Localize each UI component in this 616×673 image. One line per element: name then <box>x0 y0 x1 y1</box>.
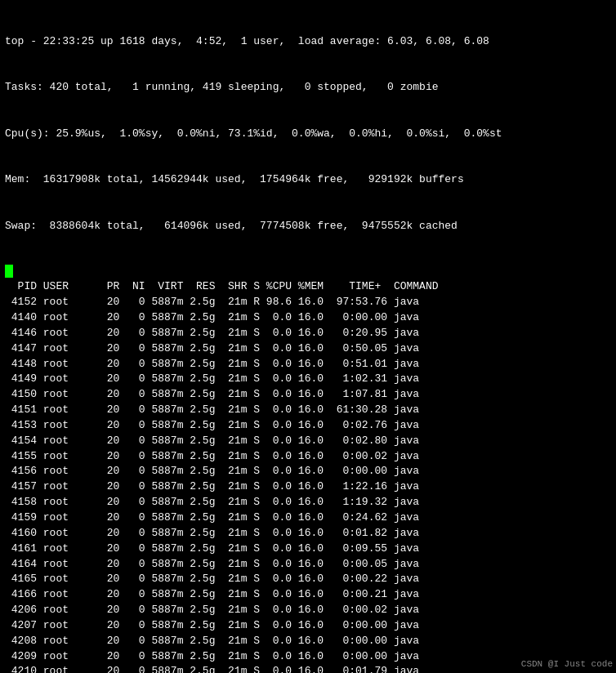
table-row: 4156 root 20 0 5887m 2.5g 21m S 0.0 16.0… <box>5 464 611 479</box>
cursor-line <box>5 265 611 278</box>
header-line-3: Cpu(s): 25.9%us, 1.0%sy, 0.0%ni, 73.1%id… <box>5 127 611 142</box>
table-row: 4158 root 20 0 5887m 2.5g 21m S 0.0 16.0… <box>5 495 611 510</box>
table-row: 4166 root 20 0 5887m 2.5g 21m S 0.0 16.0… <box>5 587 611 603</box>
table-row: 4154 root 20 0 5887m 2.5g 21m S 0.0 16.0… <box>5 434 611 449</box>
header-line-4: Mem: 16317908k total, 14562944k used, 17… <box>5 172 611 188</box>
table-row: 4209 root 20 0 5887m 2.5g 21m S 0.0 16.0… <box>5 649 611 665</box>
table-row: 4148 root 20 0 5887m 2.5g 21m S 0.0 16.0… <box>5 357 611 372</box>
table-row: 4210 root 20 0 5887m 2.5g 21m S 0.0 16.0… <box>5 664 611 673</box>
table-row: 4164 root 20 0 5887m 2.5g 21m S 0.0 16.0… <box>5 557 611 573</box>
table-row: 4150 root 20 0 5887m 2.5g 21m S 0.0 16.0… <box>5 387 611 403</box>
table-row: 4151 root 20 0 5887m 2.5g 21m S 0.0 16.0… <box>5 403 611 418</box>
watermark: CSDN @I Just code <box>521 658 613 671</box>
table-row: 4161 root 20 0 5887m 2.5g 21m S 0.0 16.0… <box>5 542 611 557</box>
table-row: 4140 root 20 0 5887m 2.5g 21m S 0.0 16.0… <box>5 310 611 326</box>
system-header: top - 22:33:25 up 1618 days, 4:52, 1 use… <box>5 3 611 265</box>
terminal-window: top - 22:33:25 up 1618 days, 4:52, 1 use… <box>0 0 616 673</box>
table-row: 4146 root 20 0 5887m 2.5g 21m S 0.0 16.0… <box>5 326 611 341</box>
table-row: 4206 root 20 0 5887m 2.5g 21m S 0.0 16.0… <box>5 603 611 618</box>
process-table: 4152 root 20 0 5887m 2.5g 21m R 98.6 16.… <box>5 295 611 673</box>
table-row: 4157 root 20 0 5887m 2.5g 21m S 0.0 16.0… <box>5 479 611 495</box>
header-line-5: Swap: 8388604k total, 614096k used, 7774… <box>5 219 611 234</box>
table-header: PID USER PR NI VIRT RES SHR S %CPU %MEM … <box>5 279 611 295</box>
table-row: 4149 root 20 0 5887m 2.5g 21m S 0.0 16.0… <box>5 372 611 387</box>
header-line-2: Tasks: 420 total, 1 running, 419 sleepin… <box>5 80 611 96</box>
table-row: 4207 root 20 0 5887m 2.5g 21m S 0.0 16.0… <box>5 618 611 634</box>
table-row: 4208 root 20 0 5887m 2.5g 21m S 0.0 16.0… <box>5 634 611 649</box>
table-row: 4165 root 20 0 5887m 2.5g 21m S 0.0 16.0… <box>5 572 611 587</box>
table-row: 4155 root 20 0 5887m 2.5g 21m S 0.0 16.0… <box>5 449 611 465</box>
table-row: 4153 root 20 0 5887m 2.5g 21m S 0.0 16.0… <box>5 418 611 434</box>
table-row: 4147 root 20 0 5887m 2.5g 21m S 0.0 16.0… <box>5 341 611 357</box>
table-row: 4159 root 20 0 5887m 2.5g 21m S 0.0 16.0… <box>5 510 611 526</box>
header-line-1: top - 22:33:25 up 1618 days, 4:52, 1 use… <box>5 34 611 50</box>
table-row: 4160 root 20 0 5887m 2.5g 21m S 0.0 16.0… <box>5 526 611 542</box>
table-row: 4152 root 20 0 5887m 2.5g 21m R 98.6 16.… <box>5 295 611 310</box>
cursor-block <box>5 265 13 278</box>
